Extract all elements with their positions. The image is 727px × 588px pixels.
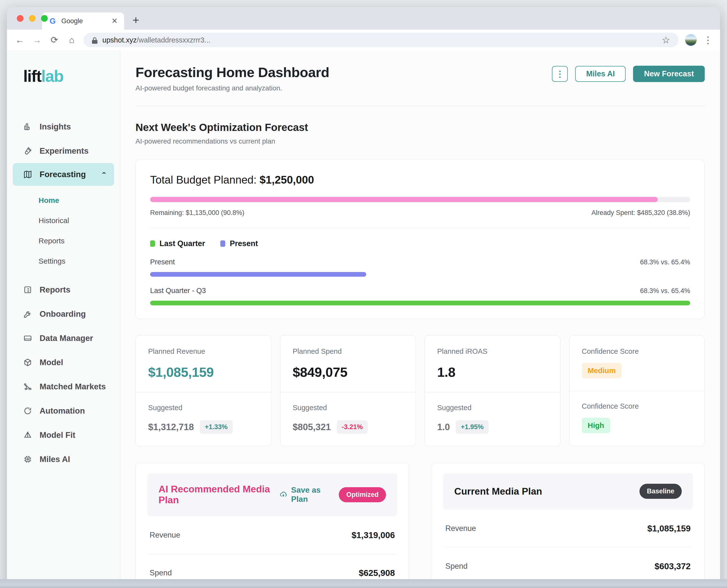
browser-tabstrip: G Google ✕ + (7, 7, 720, 30)
save-as-plan-button[interactable]: Save as Plan (279, 485, 330, 504)
sidebar-item-model[interactable]: Model (7, 350, 120, 375)
back-icon[interactable]: ← (14, 35, 25, 45)
last-quarter-bar-fill (150, 301, 690, 306)
bar-chart-icon (23, 122, 32, 131)
url-text: upshot.xyz/walletaddressxxzrrr3... (102, 36, 210, 44)
chip-icon (23, 455, 32, 464)
wrench-icon (23, 310, 32, 318)
subnav-item-home[interactable]: Home (7, 190, 120, 210)
map-icon (23, 170, 32, 179)
remaining-label: Remaining: $1,135,000 (90.8%) (150, 209, 244, 217)
optimized-tag: Optimized (339, 487, 386, 502)
test-tube-icon (23, 147, 32, 155)
list-icon (23, 285, 32, 294)
more-options-button[interactable]: ⋮ (552, 66, 568, 82)
sidebar-item-insights[interactable]: Insights (7, 114, 120, 139)
cloud-download-icon (279, 490, 287, 500)
present-bar-track (150, 272, 690, 277)
planned-iroas-value: 1.8 (437, 364, 548, 380)
sidebar-item-forecasting[interactable]: Forecasting ⌃ (13, 163, 114, 186)
ai-plan-title: AI Recommended Media Plan (159, 484, 279, 505)
prism-icon (23, 430, 32, 440)
planned-spend-value: $849,075 (293, 364, 403, 380)
sidebar-item-miles-ai[interactable]: Miles AI (7, 447, 120, 471)
sidebar-item-automation[interactable]: Automation (7, 399, 120, 423)
legend-swatch-green (150, 240, 155, 247)
browser-tab[interactable]: G Google ✕ (42, 12, 124, 30)
metric-card-planned-iroas: Planned iROAS 1.8 Suggested 1.0 +1.95% (425, 335, 560, 446)
screenshot-root: G Google ✕ + ← → ⟳ ⌂ upshot.xyz/walletad… (0, 0, 727, 588)
screen-bottom-strip (0, 579, 727, 588)
spend-delta-badge: -3.21% (337, 420, 368, 434)
url-domain: upshot.xyz (102, 36, 137, 44)
page-header: Forecasting Home Dashboard AI-powered bu… (136, 50, 705, 106)
subnav-item-settings[interactable]: Settings (7, 251, 120, 271)
browser-toolbar: ← → ⟳ ⌂ upshot.xyz/walletaddressxxzrrr3.… (7, 30, 720, 50)
app-frame: liftlab Insights Experiments Forecasting… (7, 50, 720, 588)
sidebar-item-reports[interactable]: Reports (7, 278, 120, 302)
close-window-button[interactable] (17, 15, 23, 22)
tab-close-icon[interactable]: ✕ (112, 17, 118, 25)
budget-progress-labels: Remaining: $1,135,000 (90.8%) Already Sp… (150, 209, 690, 217)
subnav-item-historical[interactable]: Historical (7, 210, 120, 231)
refresh-icon (23, 406, 32, 415)
hard-drive-icon (23, 334, 32, 343)
metric-cards-row: Planned Revenue $1,085,159 Suggested $1,… (136, 335, 705, 446)
main-content: Forecasting Home Dashboard AI-powered bu… (120, 50, 720, 588)
suggested-iroas-value: 1.0 (437, 422, 450, 432)
budget-card: Total Budget Planned: $1,250,000 Remaini… (136, 160, 705, 319)
revenue-delta-badge: +1.33% (200, 420, 233, 434)
browser-menu-icon[interactable]: ⋮ (703, 35, 713, 45)
new-forecast-button[interactable]: New Forecast (633, 66, 705, 82)
reload-icon[interactable]: ⟳ (49, 35, 60, 45)
legend-present: Present (220, 239, 258, 248)
current-plan-row-revenue: Revenue $1,085,159 (443, 510, 693, 547)
lock-icon (92, 37, 97, 44)
sidebar: liftlab Insights Experiments Forecasting… (7, 50, 120, 588)
browser-window: G Google ✕ + ← → ⟳ ⌂ upshot.xyz/walletad… (7, 7, 720, 588)
present-bar-fill (150, 272, 366, 277)
plan-cards-row: AI Recommended Media Plan Save as Plan O… (136, 463, 705, 588)
planned-revenue-value: $1,085,159 (148, 364, 259, 380)
tab-title: Google (61, 17, 107, 25)
network-nodes-icon (23, 382, 32, 391)
legend-swatch-purple (220, 240, 225, 247)
metric-card-planned-revenue: Planned Revenue $1,085,159 Suggested $1,… (136, 335, 271, 446)
comparison-row-last-quarter: Last Quarter - Q3 68.3% vs. 65.4% (150, 287, 690, 306)
current-plan-card: Current Media Plan Baseline Revenue $1,0… (431, 463, 705, 588)
window-controls (17, 15, 48, 22)
sidebar-item-matched-markets[interactable]: Matched Markets (7, 375, 120, 399)
subnav-item-reports[interactable]: Reports (7, 231, 120, 251)
url-bar[interactable]: upshot.xyz/walletaddressxxzrrr3... ☆ (84, 33, 679, 47)
profile-avatar[interactable] (685, 34, 697, 46)
section-subtitle: AI-powered recommendations vs current pl… (136, 138, 705, 145)
google-favicon-icon: G (48, 17, 57, 25)
current-plan-title: Current Media Plan (454, 486, 542, 497)
zoom-window-button[interactable] (41, 15, 48, 22)
iroas-delta-badge: +1.95% (456, 420, 488, 434)
minimize-window-button[interactable] (29, 15, 36, 22)
miles-ai-button[interactable]: Miles AI (575, 66, 626, 82)
sidebar-item-experiments[interactable]: Experiments (7, 139, 120, 163)
ai-plan-banner: AI Recommended Media Plan Save as Plan O… (147, 473, 397, 516)
bookmark-star-icon[interactable]: ☆ (662, 35, 670, 45)
page-title: Forecasting Home Dashboard (136, 64, 329, 80)
url-path: /walletaddressxxzrrr3... (137, 36, 210, 44)
suggested-spend-value: $805,321 (293, 422, 331, 432)
forecasting-subnav: Home Historical Reports Settings (7, 186, 120, 278)
sidebar-item-onboarding[interactable]: Onboarding (7, 302, 120, 326)
header-actions: ⋮ Miles AI New Forecast (552, 66, 705, 82)
budget-progress-track (150, 197, 690, 202)
last-quarter-bar-track (150, 301, 690, 306)
legend-last-quarter: Last Quarter (150, 239, 205, 248)
current-plan-banner: Current Media Plan Baseline (443, 473, 693, 510)
suggested-revenue-value: $1,312,718 (148, 422, 194, 432)
budget-progress-fill (150, 197, 658, 202)
comparison-legend: Last Quarter Present (150, 239, 690, 248)
new-tab-button[interactable]: + (133, 13, 139, 27)
home-icon[interactable]: ⌂ (66, 35, 77, 45)
forward-icon[interactable]: → (32, 35, 42, 45)
sidebar-item-model-fit[interactable]: Model Fit (7, 423, 120, 447)
sidebar-item-data-manager[interactable]: Data Manager (7, 326, 120, 350)
divider (150, 228, 690, 228)
